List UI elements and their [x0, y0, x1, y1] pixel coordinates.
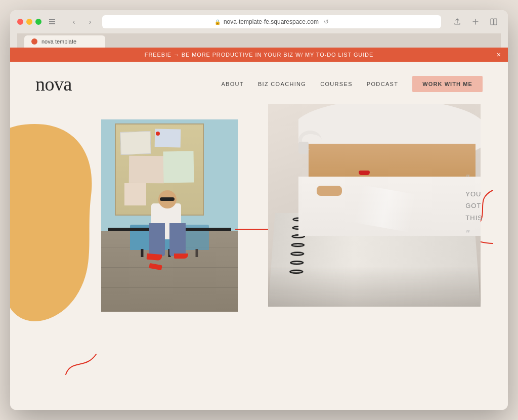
- person-head: [158, 190, 177, 208]
- hero-section: " YOU GOT THIS ": [10, 104, 508, 410]
- bottom-shadow: [268, 266, 481, 307]
- split-view-button[interactable]: [487, 16, 501, 27]
- lock-icon: 🔒: [214, 19, 221, 25]
- quote-line-1: YOU: [465, 188, 483, 200]
- banner-close-button[interactable]: ×: [497, 51, 501, 58]
- new-tab-button[interactable]: [468, 16, 483, 27]
- svg-rect-4: [494, 19, 497, 25]
- svg-rect-1: [49, 21, 55, 22]
- chair-leg-3: [196, 249, 198, 257]
- svg-rect-3: [491, 19, 494, 25]
- woman-white-area: [298, 104, 481, 236]
- person-sitting: [147, 190, 192, 256]
- navigation: nova ABOUT BIZ COACHING COURSES PODCAST …: [10, 62, 508, 104]
- quote-line-3: THIS: [465, 212, 483, 224]
- work-with-me-button[interactable]: WORK WITH ME: [412, 76, 483, 92]
- tab-favicon: [31, 38, 37, 45]
- maximize-traffic-light[interactable]: [35, 19, 41, 25]
- headphone-left: [298, 131, 327, 154]
- paper-5: [124, 183, 146, 206]
- nav-courses[interactable]: COURSES: [320, 81, 353, 87]
- minimize-traffic-light[interactable]: [26, 19, 32, 25]
- quote-close-mark: ": [465, 226, 483, 242]
- hands-area: [317, 186, 347, 201]
- site-content: FREEBIE → BE MORE PRODUCTIVE IN YOUR BIZ…: [10, 48, 508, 410]
- close-traffic-light[interactable]: [17, 19, 23, 25]
- right-leg: [169, 223, 186, 256]
- quote-text: YOU GOT THIS: [465, 188, 483, 224]
- banner-text: FREEBIE → BE MORE PRODUCTIVE IN YOUR BIZ…: [145, 52, 373, 58]
- paper-3: [128, 156, 163, 183]
- svg-rect-0: [49, 19, 55, 20]
- quote-section: " YOU GOT THIS ": [465, 170, 483, 242]
- fabric-highlight: [353, 185, 416, 233]
- red-squiggle-left-decoration: [61, 349, 101, 380]
- announcement-banner: FREEBIE → BE MORE PRODUCTIVE IN YOUR BIZ…: [10, 48, 508, 62]
- quote-line-2: GOT: [465, 200, 483, 212]
- share-button[interactable]: [450, 16, 464, 27]
- browser-controls: ‹ › 🔒 nova-template-fe.squarespace.com ↺: [17, 15, 501, 28]
- forward-button[interactable]: ›: [83, 16, 97, 27]
- url-text: nova-template-fe.squarespace.com: [224, 18, 319, 25]
- svg-rect-2: [49, 23, 55, 24]
- red-connector-line: [235, 229, 273, 230]
- traffic-lights: [17, 19, 41, 25]
- coil-5: [290, 251, 304, 256]
- map-pin: [156, 132, 160, 136]
- browser-window: ‹ › 🔒 nova-template-fe.squarespace.com ↺: [10, 10, 508, 410]
- nav-biz-coaching[interactable]: BIZ COACHING: [258, 81, 306, 87]
- address-bar[interactable]: 🔒 nova-template-fe.squarespace.com ↺: [102, 15, 441, 28]
- reload-icon[interactable]: ↺: [324, 18, 329, 25]
- coil-4: [291, 243, 305, 247]
- paper-1: [120, 131, 151, 155]
- hero-image-left: [101, 119, 238, 312]
- sunglasses: [160, 197, 175, 201]
- left-shoe: [146, 254, 162, 261]
- chair-leg-1: [141, 249, 144, 257]
- nav-podcast[interactable]: PODCAST: [367, 81, 398, 87]
- nav-about[interactable]: ABOUT: [221, 81, 244, 87]
- site-logo[interactable]: nova: [35, 73, 72, 95]
- nav-arrows: ‹ ›: [67, 16, 97, 27]
- hand: [317, 186, 342, 196]
- hero-image-right: [268, 104, 481, 307]
- right-shoe: [174, 254, 188, 259]
- browser-chrome: ‹ › 🔒 nova-template-fe.squarespace.com ↺: [10, 10, 508, 48]
- paper-4: [163, 151, 194, 183]
- browser-actions: [450, 16, 501, 27]
- window-toggle-button[interactable]: [47, 16, 58, 27]
- active-tab[interactable]: nova template: [24, 35, 105, 48]
- back-button[interactable]: ‹: [67, 16, 81, 27]
- orange-blob-decoration: [10, 114, 96, 327]
- headphone-ear-cup: [298, 142, 309, 154]
- left-leg: [149, 223, 165, 256]
- floor-line-2: [101, 267, 238, 268]
- quote-open-mark: ": [465, 170, 483, 186]
- red-lips: [359, 171, 370, 175]
- tab-label: nova template: [41, 38, 76, 45]
- coil-6: [290, 261, 304, 265]
- nav-links: ABOUT BIZ COACHING COURSES PODCAST WORK …: [221, 76, 483, 92]
- floor-line-3: [101, 287, 238, 288]
- tab-bar: nova template: [17, 33, 501, 48]
